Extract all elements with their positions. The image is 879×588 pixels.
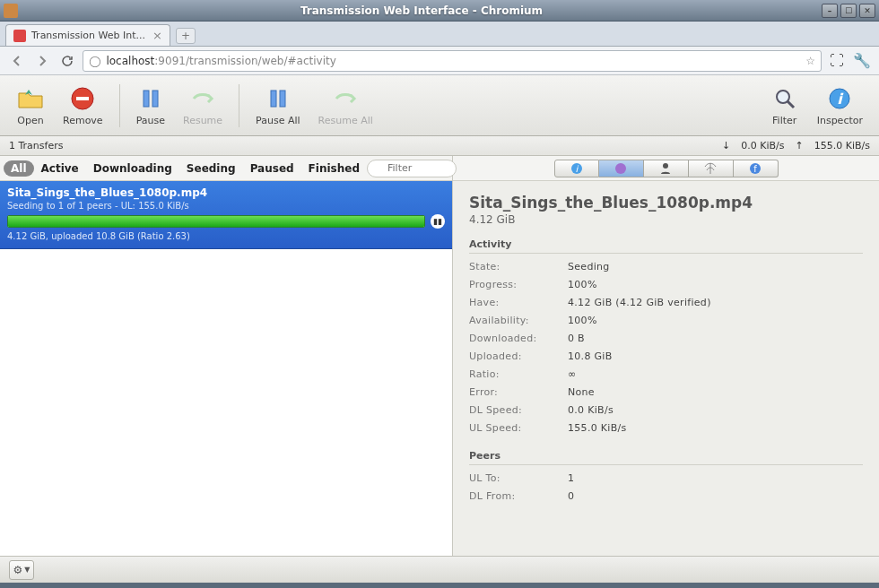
inspector-tabs: i f — [453, 156, 879, 181]
forward-button[interactable] — [32, 51, 52, 71]
svg-rect-4 — [271, 91, 276, 107]
ul-to-value: 1 — [568, 472, 863, 484]
global-dl-speed: 0.0 KiB/s — [741, 140, 784, 151]
svg-point-11 — [615, 163, 626, 174]
activity-grid: State:Seeding Progress:100% Have:4.12 Gi… — [469, 261, 863, 434]
minimize-button[interactable]: – — [822, 4, 838, 18]
resume-button[interactable]: Resume — [178, 81, 228, 130]
filter-seeding[interactable]: Seeding — [179, 160, 243, 177]
uploaded-value: 10.8 GiB — [568, 350, 863, 362]
svg-rect-5 — [280, 91, 285, 107]
pause-icon — [136, 84, 165, 113]
bottom-bar: ⚙ ▼ — [0, 556, 879, 583]
status-bar: 1 Transfers ↓ 0.0 KiB/s ↑ 155.0 KiB/s — [0, 136, 879, 156]
resume-icon — [188, 84, 217, 113]
svg-text:f: f — [753, 164, 757, 174]
open-button[interactable]: Open — [11, 81, 50, 130]
have-value: 4.12 GiB (4.12 GiB verified) — [568, 297, 863, 308]
maximize-button[interactable]: ☐ — [840, 4, 857, 18]
availability-value: 100% — [568, 315, 863, 326]
resume-all-icon — [331, 84, 360, 113]
torrent-row[interactable]: Sita_Sings_the_Blues_1080p.mp4 Seeding t… — [0, 181, 452, 249]
download-arrow-icon: ↓ — [722, 140, 730, 151]
svg-point-12 — [663, 163, 668, 169]
inspector-tab-trackers[interactable] — [689, 160, 734, 177]
downloaded-value: 0 B — [568, 333, 863, 344]
filter-row: All Active Downloading Seeding Paused Fi… — [0, 156, 452, 181]
inspector-tab-info[interactable]: i — [554, 160, 599, 177]
inspector-tab-files[interactable]: f — [734, 160, 779, 177]
pause-all-icon — [264, 84, 292, 113]
reload-button[interactable] — [57, 51, 77, 71]
filter-downloading[interactable]: Downloading — [86, 160, 179, 177]
progress-value: 100% — [568, 279, 863, 290]
folder-open-icon — [16, 84, 45, 113]
svg-rect-3 — [152, 91, 158, 107]
peers-grid: UL To:1 DL From:0 — [469, 472, 863, 502]
transmission-toolbar: Open Remove Pause Resume Pause All Resum… — [0, 75, 879, 136]
window-title: Transmission Web Interface - Chromium — [22, 4, 822, 17]
upload-arrow-icon: ↑ — [796, 140, 804, 151]
svg-rect-1 — [76, 97, 89, 100]
transfers-count: 1 Transfers — [9, 140, 63, 151]
close-button[interactable]: ✕ — [859, 4, 875, 18]
magnifier-icon — [770, 84, 799, 113]
ul-speed-value: 155.0 KiB/s — [568, 422, 863, 434]
filter-paused[interactable]: Paused — [243, 160, 301, 177]
gear-icon: ⚙ — [13, 564, 23, 576]
settings-gear-button[interactable]: ⚙ ▼ — [9, 560, 34, 580]
app-icon — [4, 4, 18, 18]
url-bar[interactable]: ◯ localhost:9091/transmission/web/#activ… — [83, 50, 822, 72]
torrent-name: Sita_Sings_the_Blues_1080p.mp4 — [7, 186, 445, 199]
torrent-substatus: Seeding to 1 of 1 peers - UL: 155.0 KiB/… — [7, 201, 445, 211]
pause-button[interactable]: Pause — [131, 81, 170, 130]
activity-section-header: Activity — [469, 238, 863, 254]
chevron-down-icon: ▼ — [24, 566, 30, 574]
back-button[interactable] — [7, 51, 27, 71]
url-path: :9091/transmission/web/#activity — [154, 55, 335, 67]
browser-tabstrip: Transmission Web Int... × + — [0, 22, 879, 47]
svg-point-6 — [777, 91, 789, 103]
peers-section-header: Peers — [469, 450, 863, 465]
tab-close-icon[interactable]: × — [152, 29, 162, 42]
svg-rect-2 — [144, 91, 149, 107]
filter-input[interactable] — [367, 160, 457, 177]
tab-title: Transmission Web Int... — [31, 30, 145, 41]
inspector-tab-peers[interactable] — [644, 160, 689, 177]
window-titlebar: Transmission Web Interface - Chromium – … — [0, 0, 879, 22]
info-icon: i — [825, 84, 854, 113]
globe-icon: ◯ — [89, 55, 100, 67]
browser-navbar: ◯ localhost:9091/transmission/web/#activ… — [0, 47, 879, 75]
error-value: None — [568, 386, 863, 398]
ratio-value: ∞ — [568, 368, 863, 380]
inspector-panel: i f Sita_Sings_the_Blues_1080p.mp4 4.12 … — [453, 156, 879, 556]
torrent-stats: 4.12 GiB, uploaded 10.8 GiB (Ratio 2.63) — [7, 231, 445, 241]
wrench-menu-icon[interactable]: 🔧 — [852, 51, 872, 71]
filter-all[interactable]: All — [4, 160, 34, 177]
torrent-list-panel: All Active Downloading Seeding Paused Fi… — [0, 156, 453, 556]
global-ul-speed: 155.0 KiB/s — [814, 140, 870, 151]
filter-finished[interactable]: Finished — [301, 160, 367, 177]
inspector-title: Sita_Sings_the_Blues_1080p.mp4 — [469, 194, 863, 212]
dl-speed-value: 0.0 KiB/s — [568, 404, 863, 416]
bookmark-star-icon[interactable]: ☆ — [805, 55, 815, 67]
torrent-progress-bar — [7, 215, 425, 228]
inspector-tab-activity[interactable] — [599, 160, 644, 177]
fullscreen-icon[interactable]: ⛶ — [827, 51, 847, 71]
remove-icon — [68, 84, 97, 113]
filter-active[interactable]: Active — [34, 160, 86, 177]
inspector-size: 4.12 GiB — [469, 213, 863, 226]
favicon-icon — [13, 30, 26, 42]
inspector-button[interactable]: i Inspector — [812, 81, 868, 130]
remove-button[interactable]: Remove — [57, 81, 109, 130]
url-host: localhost — [106, 55, 154, 67]
filter-button[interactable]: Filter — [765, 81, 805, 130]
dl-from-value: 0 — [568, 490, 863, 502]
state-value: Seeding — [568, 261, 863, 272]
browser-tab[interactable]: Transmission Web Int... × — [5, 24, 170, 46]
new-tab-button[interactable]: + — [176, 28, 196, 44]
resume-all-button[interactable]: Resume All — [313, 81, 379, 130]
pause-all-button[interactable]: Pause All — [250, 81, 305, 130]
torrent-pause-button[interactable]: ▮▮ — [431, 214, 445, 229]
